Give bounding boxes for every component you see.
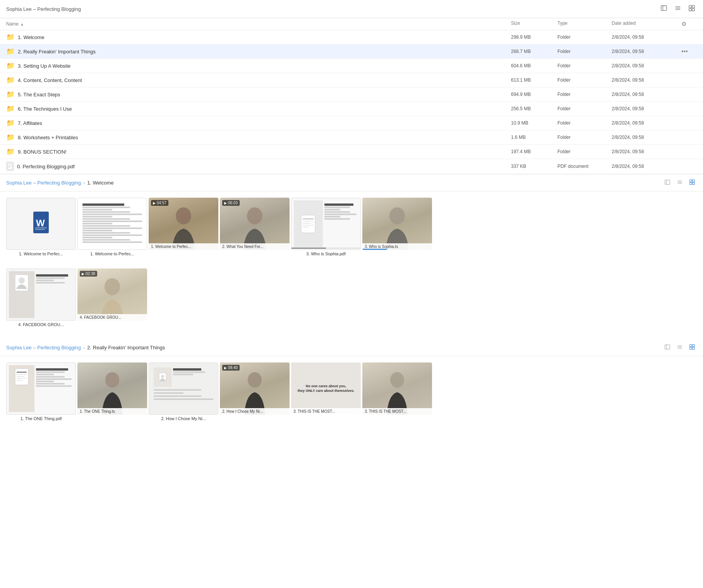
file-size: 604.6 MB	[511, 63, 557, 68]
file-name-text: 1. Welcome	[18, 34, 44, 40]
svg-point-37	[105, 278, 120, 295]
list-item[interactable]: 2. How I Chose My Ni...	[149, 362, 218, 421]
thumbnail-pdf	[6, 362, 76, 415]
list-item[interactable]: ▶ 06:03 2. What You Need For...	[220, 198, 290, 256]
svg-rect-18	[690, 180, 692, 182]
col-header-name: Name ▲	[6, 21, 511, 27]
file-type: Folder	[557, 77, 612, 83]
svg-rect-6	[692, 5, 694, 8]
slide-label: 3. THIS IS THE MOST...	[291, 408, 361, 415]
section2-breadcrumb: Sophia Lee – Perfecting Blogging › 2. Re…	[6, 345, 165, 350]
video-label: 2. What You Need For...	[220, 243, 290, 250]
file-name-text: 6. The Techniques I Use	[18, 106, 72, 112]
file-name-cell: 0. Perfecting Blogging.pdf	[6, 162, 511, 171]
table-row[interactable]: 📁 6. The Techniques I Use 256.5 MB Folde…	[0, 102, 703, 116]
more-options-btn[interactable]: •••	[681, 48, 688, 55]
file-name-text: 2. Really Freakin' Important Things	[18, 49, 96, 55]
breadcrumb-root[interactable]: Sophia Lee – Perfecting Blogging	[6, 180, 81, 186]
list-item[interactable]: 4. FACEBOOK GROU...	[6, 268, 76, 327]
preview-view-btn[interactable]	[663, 343, 672, 352]
grid-view-btn[interactable]	[687, 4, 697, 14]
video-label: 2. How I Chose My Ni...	[220, 408, 290, 415]
section1-grid: W 1. Welcome to Perfec...	[0, 191, 703, 268]
list-view-btn[interactable]	[675, 178, 684, 187]
svg-rect-5	[689, 5, 691, 8]
list-item[interactable]: 3. Who is Sophia.pdf	[291, 198, 361, 256]
svg-rect-44	[693, 345, 695, 347]
section2-view-controls	[663, 343, 697, 352]
file-name-cell: 📁 4. Content, Content, Content	[6, 76, 511, 84]
breadcrumb-root[interactable]: Sophia Lee – Perfecting Blogging	[6, 345, 81, 350]
folder-icon: 📁	[6, 119, 15, 127]
thumbnail-slide	[6, 268, 76, 321]
list-item[interactable]: 1. Welcome to Perfec...	[77, 198, 147, 256]
table-row[interactable]: 📁 1. Welcome 298.9 MB Folder 2/8/2024, 0…	[0, 30, 703, 44]
col-header-type: Type	[557, 21, 612, 27]
thumbnail-label: 1. The ONE Thing.pdf	[6, 416, 76, 421]
svg-point-55	[161, 375, 164, 378]
svg-rect-0	[661, 6, 667, 11]
settings-gear-icon[interactable]: ⚙	[681, 21, 686, 27]
table-row[interactable]: 📁 9. BONUS SECTION! 197.4 MB Folder 2/8/…	[0, 145, 703, 159]
preview-icon	[664, 344, 670, 350]
file-name-text: 8. Worksheets + Printables	[18, 135, 78, 140]
file-date: 2/8/2024, 09:58	[612, 106, 681, 111]
svg-rect-21	[693, 183, 695, 185]
grid-icon	[689, 179, 695, 185]
breadcrumb-current: 1. Welcome	[87, 180, 113, 186]
list-icon	[677, 179, 683, 185]
file-size: 694.9 MB	[511, 92, 557, 97]
preview-view-btn[interactable]	[663, 178, 672, 187]
list-item[interactable]: 3. THIS IS THE MOST...	[362, 362, 432, 421]
grid-view-btn[interactable]	[688, 178, 697, 187]
table-row[interactable]: 📁 2. Really Freakin' Important Things 26…	[0, 44, 703, 59]
list-icon	[674, 5, 681, 12]
list-item[interactable]: ▶ 04:57 1. Welcome to Perfec...	[149, 198, 218, 256]
file-type: Folder	[557, 34, 612, 40]
svg-rect-28	[301, 215, 315, 233]
file-name-cell: 📁 2. Really Freakin' Important Things	[6, 47, 511, 56]
list-item[interactable]: 1. The ONE Thing.ts	[77, 362, 147, 421]
list-item[interactable]: 1. The ONE Thing.pdf	[6, 362, 76, 421]
file-actions: •••	[681, 91, 697, 98]
list-item[interactable]: No one cares about you,they ONLY care ab…	[291, 362, 361, 421]
svg-rect-43	[690, 345, 692, 347]
table-row[interactable]: 📁 3. Setting Up A Website 604.6 MB Folde…	[0, 59, 703, 73]
person-silhouette	[380, 203, 415, 250]
table-row[interactable]: 📁 5. The Exact Steps 694.9 MB Folder 2/8…	[0, 87, 703, 102]
file-date: 2/8/2024, 09:58	[612, 164, 681, 169]
play-triangle-icon: ▶	[82, 272, 84, 276]
file-date: 2/8/2024, 09:58	[612, 77, 681, 83]
svg-rect-38	[665, 345, 670, 349]
list-item[interactable]: ▶ 08:40 2. How I Chose My Ni...	[220, 362, 290, 421]
list-item[interactable]: ▶ 02:38 4. FACEBOOK GROU...	[77, 268, 147, 327]
pdf-thumb-icon	[6, 162, 14, 171]
list-view-btn[interactable]	[673, 4, 683, 14]
progress-bar	[362, 249, 387, 250]
section2-header: Sophia Lee – Perfecting Blogging › 2. Re…	[0, 339, 703, 356]
list-item[interactable]: W 1. Welcome to Perfec...	[6, 198, 76, 256]
person-silhouette	[237, 368, 272, 415]
file-size: 1.6 MB	[511, 135, 557, 140]
person-silhouette	[166, 203, 201, 250]
table-row[interactable]: 📁 7. Affiliates 10.9 MB Folder 2/8/2024,…	[0, 116, 703, 130]
thumbnail-video: ▶ 08:40 2. How I Chose My Ni...	[220, 362, 290, 415]
table-row[interactable]: 📁 4. Content, Content, Content 613.1 MB …	[0, 73, 703, 87]
table-row[interactable]: 📁 8. Worksheets + Printables 1.6 MB Fold…	[0, 130, 703, 145]
grid-view-btn[interactable]	[688, 343, 697, 352]
list-item[interactable]: 3. Who is Sophia.ts	[362, 198, 432, 256]
svg-rect-7	[689, 9, 691, 11]
table-row[interactable]: 0. Perfecting Blogging.pdf 337 KB PDF do…	[0, 159, 703, 174]
svg-point-57	[390, 372, 404, 388]
file-date: 2/8/2024, 09:58	[612, 63, 681, 68]
preview-icon-btn[interactable]	[659, 4, 669, 14]
thumbnail-label: 1. Welcome to Perfec...	[77, 251, 147, 256]
col-header-date: Date added	[612, 21, 681, 27]
svg-text:W: W	[36, 218, 45, 228]
breadcrumb-separator: ›	[83, 345, 85, 350]
list-view-btn[interactable]	[675, 343, 684, 352]
file-type: Folder	[557, 120, 612, 126]
thumbnail-label: 2. How I Chose My Ni...	[149, 416, 218, 421]
svg-point-27	[247, 207, 262, 224]
thumbnail-doc: W	[6, 198, 76, 250]
